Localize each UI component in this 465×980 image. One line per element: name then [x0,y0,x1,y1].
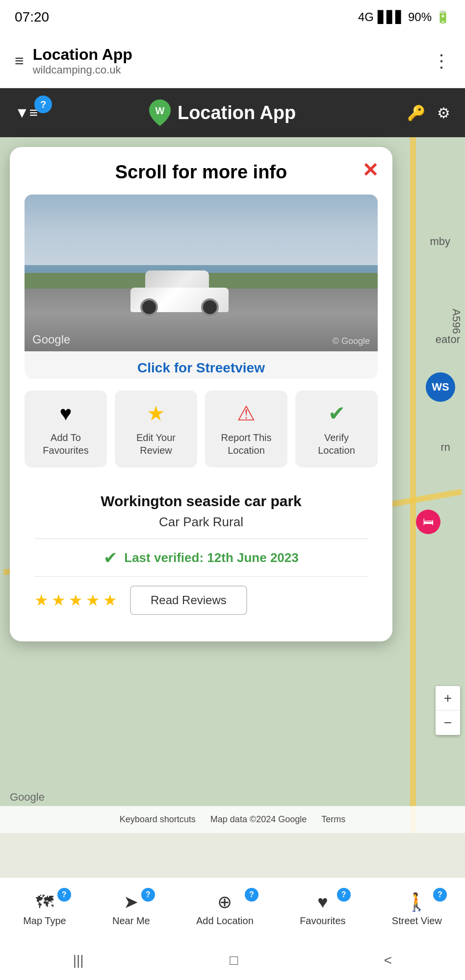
sv-google-copyright: © Google [333,336,370,346]
status-icons: 4G ▋▋▋ 90% 🔋 [358,10,450,24]
divider-1 [34,539,368,539]
map-type-icon: 🗺 [36,892,53,912]
favourites-icon: ♥ [317,892,328,912]
signal-icon: ▋▋▋ [378,10,404,24]
heart-icon: ♥ [60,402,72,425]
streetview-image: Google © Google [25,195,378,351]
nav-item-map-type[interactable]: 🗺 Map Type ? [23,892,66,927]
modal: Scroll for more info ✕ Google © Google C… [10,147,392,641]
sv-google-label: Google [32,333,70,346]
status-time: 07:20 [15,9,49,25]
report-location-label: Report ThisLocation [221,431,271,457]
favourites-help-badge[interactable]: ? [337,888,351,902]
near-me-help-badge[interactable]: ? [141,888,155,902]
battery-icon: 🔋 [436,10,450,24]
star-icon: ★ [147,401,165,425]
add-location-label: Add Location [196,915,254,927]
location-name: Workington seaside car park [34,493,368,510]
star-1: ★ [34,591,49,610]
network-icon: 4G [358,10,374,24]
near-me-label: Near Me [112,915,150,927]
app-logo-icon: W [149,99,171,126]
add-to-favourites-button[interactable]: ♥ Add ToFavourites [25,391,107,467]
add-location-help-badge[interactable]: ? [245,888,258,902]
nav-filter[interactable]: ▼≡ ? [15,104,38,121]
nav-header: ▼≡ ? W Location App 🔑 ⚙ [0,88,465,137]
edit-review-label: Edit YourReview [136,431,176,457]
key-icon[interactable]: 🔑 [407,104,425,122]
more-options-icon[interactable]: ⋮ [433,51,450,72]
sv-car-wheel-left [140,298,158,316]
app-bar: ≡ Location App wildcamping.co.uk ⋮ [0,34,465,88]
home-button[interactable]: □ [230,953,238,968]
recent-apps-button[interactable]: ||| [73,953,84,968]
verified-row: ✔ Last verified: 12th June 2023 [34,548,368,567]
app-bar-left: ≡ Location App wildcamping.co.uk [15,46,132,76]
verified-text: Last verified: 12th June 2023 [124,550,298,565]
app-bar-title: Location App [33,46,132,64]
back-button[interactable]: < [384,953,392,968]
warning-icon: ⚠ [237,401,256,425]
sv-car-wheel-right [201,298,219,316]
sv-car-top [145,270,209,290]
star-4: ★ [86,591,100,610]
action-buttons: ♥ Add ToFavourites ★ Edit YourReview ⚠ R… [25,391,378,467]
star-3: ★ [69,591,83,610]
add-location-icon: ⊕ [217,892,232,912]
stars-row: ★ ★ ★ ★ ★ Read Reviews [34,586,368,615]
read-reviews-button[interactable]: Read Reviews [130,586,247,615]
street-view-icon: 🚶 [406,892,428,912]
location-type: Car Park Rural [34,514,368,530]
nav-item-street-view[interactable]: 🚶 Street View ? [392,892,442,927]
edit-review-button[interactable]: ★ Edit YourReview [115,391,197,467]
street-view-label: Street View [392,915,442,927]
favourites-label: Favourites [300,915,345,927]
streetview-link[interactable]: Click for Streetview [25,351,378,379]
star-5: ★ [103,591,117,610]
modal-title: Scroll for more info [25,162,378,183]
filter-help-badge[interactable]: ? [34,96,52,113]
nav-item-favourites[interactable]: ♥ Favourites ? [300,892,345,927]
near-me-icon: ➤ [124,892,138,912]
verify-location-button[interactable]: ✔ VerifyLocation [295,391,378,467]
sv-car [130,273,229,312]
check-icon: ✔ [328,401,345,425]
modal-overlay: Scroll for more info ✕ Google © Google C… [0,137,465,833]
nav-right-icons: 🔑 ⚙ [407,104,450,122]
app-bar-subtitle: wildcamping.co.uk [33,64,132,76]
nav-app-name: Location App [178,102,296,123]
bottom-nav: 🗺 Map Type ? ➤ Near Me ? ⊕ Add Location … [0,877,465,941]
nav-item-near-me[interactable]: ➤ Near Me ? [112,892,150,927]
nav-logo-area: W Location App [149,99,296,126]
streetview-link-text[interactable]: Click for Streetview [137,360,265,375]
divider-2 [34,576,368,577]
streetview-card[interactable]: Google © Google Click for Streetview [25,195,378,379]
add-favourites-label: Add ToFavourites [43,431,88,457]
map-type-help-badge[interactable]: ? [57,888,71,902]
nav-item-add-location[interactable]: ⊕ Add Location ? [196,892,254,927]
verified-check-icon: ✔ [103,548,117,567]
map-type-label: Map Type [23,915,66,927]
battery-level: 90% [408,10,432,24]
svg-text:W: W [155,105,164,116]
settings-icon[interactable]: ⚙ [437,104,450,122]
status-bar: 07:20 4G ▋▋▋ 90% 🔋 [0,0,465,34]
verify-location-label: VerifyLocation [318,431,355,457]
report-location-button[interactable]: ⚠ Report ThisLocation [205,391,287,467]
modal-close-button[interactable]: ✕ [362,159,379,181]
system-bar: ||| □ < [0,941,465,980]
menu-icon[interactable]: ≡ [15,52,24,70]
location-info: Workington seaside car park Car Park Rur… [25,481,378,627]
star-2: ★ [52,591,66,610]
street-view-help-badge[interactable]: ? [433,888,447,902]
app-bar-title-group: Location App wildcamping.co.uk [33,46,132,76]
